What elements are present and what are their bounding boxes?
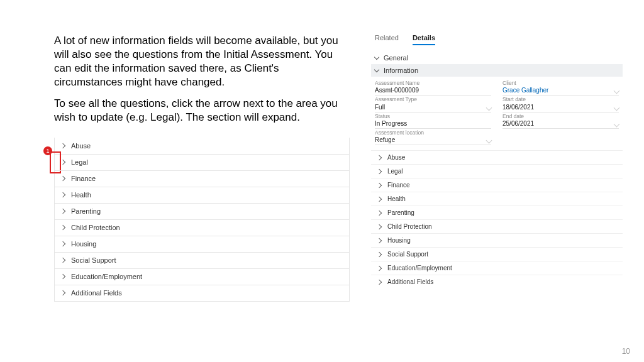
field-value: In Progress — [375, 119, 491, 129]
chevron-right-icon — [377, 169, 382, 174]
field-label: Status — [375, 114, 491, 119]
section-row-housing[interactable]: Housing — [371, 233, 623, 247]
field-value: 25/06/2021 — [502, 119, 619, 129]
section-row-finance[interactable]: Finance — [55, 170, 349, 187]
section-row-legal[interactable]: 1 Legal — [55, 154, 349, 170]
section-row-additional-fields[interactable]: Additional Fields — [55, 285, 349, 301]
callout-number: 1 — [43, 146, 52, 155]
field-label: Client — [502, 80, 619, 86]
chevron-right-icon — [377, 238, 382, 243]
field-label: Assessment location — [375, 130, 491, 136]
tab-related[interactable]: Related — [375, 34, 399, 45]
section-label: Parenting — [71, 207, 101, 215]
information-grid: Assessment Name Assmt-0000009 Client Gra… — [371, 77, 623, 150]
section-label: Child Protection — [387, 223, 432, 230]
chevron-right-icon — [377, 280, 382, 285]
field-start-date[interactable]: Start date 18/06/2021 — [502, 97, 619, 112]
field-label: Assessment Type — [375, 97, 491, 102]
field-value: Full — [375, 103, 491, 112]
section-label: Social Support — [71, 256, 116, 264]
page-number: 10 — [622, 347, 630, 356]
chevron-right-icon — [377, 155, 382, 160]
section-label: Abuse — [71, 142, 91, 150]
section-header-general[interactable]: General — [371, 52, 623, 64]
field-value: Refuge — [375, 136, 491, 145]
section-row-health[interactable]: Health — [371, 192, 623, 206]
section-label: Health — [387, 195, 406, 202]
chevron-right-icon — [60, 258, 65, 263]
section-row-social-support[interactable]: Social Support — [55, 252, 349, 268]
tab-bar: Related Details — [371, 34, 623, 45]
section-label: Legal — [387, 168, 402, 175]
left-section-list: Abuse 1 Legal Finance Health Parenting C… — [54, 138, 350, 302]
field-label: Assessment Name — [375, 80, 491, 86]
chevron-right-icon — [60, 192, 65, 197]
section-header-label: General — [384, 54, 408, 62]
field-value[interactable]: Grace Gallagher — [502, 86, 619, 96]
chevron-down-icon — [374, 55, 379, 60]
chevron-right-icon — [60, 160, 65, 165]
section-row-health[interactable]: Health — [55, 187, 349, 203]
chevron-right-icon — [377, 197, 382, 202]
chevron-right-icon — [60, 143, 65, 148]
section-label: Child Protection — [71, 224, 120, 231]
section-row-parenting[interactable]: Parenting — [371, 206, 623, 219]
chevron-right-icon — [60, 176, 65, 181]
section-label: Housing — [387, 237, 411, 244]
section-row-parenting[interactable]: Parenting — [55, 203, 349, 219]
section-row-finance[interactable]: Finance — [371, 178, 623, 192]
section-label: Housing — [71, 240, 96, 248]
section-header-label: Information — [384, 67, 418, 74]
chevron-right-icon — [377, 183, 382, 188]
chevron-right-icon — [60, 241, 65, 246]
section-label: Finance — [387, 182, 410, 189]
section-row-abuse[interactable]: Abuse — [371, 150, 623, 164]
tab-details[interactable]: Details — [413, 34, 435, 45]
section-label: Education/Employment — [71, 273, 142, 280]
section-label: Additional Fields — [71, 289, 122, 297]
section-label: Education/Employment — [387, 265, 452, 272]
chevron-right-icon — [60, 209, 65, 214]
field-end-date[interactable]: End date 25/06/2021 — [502, 114, 619, 129]
section-row-child-protection[interactable]: Child Protection — [55, 219, 349, 236]
chevron-right-icon — [377, 211, 382, 216]
chevron-down-icon — [374, 67, 379, 72]
chevron-right-icon — [60, 274, 65, 279]
field-label: End date — [502, 114, 619, 119]
field-assessment-location[interactable]: Assessment location Refuge — [375, 130, 491, 145]
section-label: Social Support — [387, 251, 428, 258]
chevron-right-icon — [377, 266, 382, 271]
chevron-right-icon — [377, 224, 382, 229]
section-row-education-employment[interactable]: Education/Employment — [371, 261, 623, 275]
section-label: Finance — [71, 175, 96, 182]
field-client[interactable]: Client Grace Gallagher — [502, 80, 619, 96]
section-label: Health — [71, 191, 91, 199]
chevron-right-icon — [377, 252, 382, 257]
field-status[interactable]: Status In Progress — [375, 114, 491, 129]
section-row-child-protection[interactable]: Child Protection — [371, 219, 623, 233]
intro-paragraph-1: A lot of new information fields will bec… — [54, 34, 350, 89]
field-label: Start date — [502, 97, 619, 102]
section-row-abuse[interactable]: Abuse — [55, 138, 349, 154]
section-label: Additional Fields — [387, 278, 433, 285]
chevron-right-icon — [60, 290, 65, 295]
chevron-right-icon — [60, 225, 65, 230]
field-assessment-type[interactable]: Assessment Type Full — [375, 97, 491, 112]
section-row-housing[interactable]: Housing — [55, 236, 349, 252]
intro-paragraph-2: To see all the questions, click the arro… — [54, 97, 350, 124]
field-assessment-name[interactable]: Assessment Name Assmt-0000009 — [375, 80, 491, 96]
section-header-information[interactable]: Information — [371, 64, 623, 77]
section-label: Parenting — [387, 209, 414, 216]
section-row-legal[interactable]: Legal — [371, 164, 623, 178]
section-label: Abuse — [387, 154, 405, 161]
field-value: 18/06/2021 — [502, 103, 619, 112]
section-label: Legal — [71, 158, 88, 166]
section-row-education-employment[interactable]: Education/Employment — [55, 268, 349, 285]
section-row-additional-fields[interactable]: Additional Fields — [371, 275, 623, 288]
section-row-social-support[interactable]: Social Support — [371, 247, 623, 261]
field-value: Assmt-0000009 — [375, 86, 491, 96]
right-section-list: Abuse Legal Finance Health Parenting Chi… — [371, 150, 623, 288]
